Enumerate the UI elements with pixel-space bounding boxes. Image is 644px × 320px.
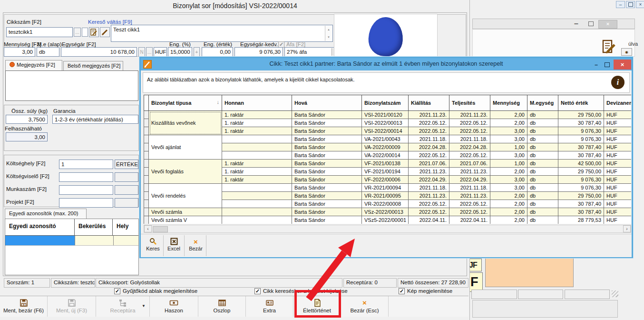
n-button[interactable]: N <box>138 47 145 57</box>
cell-teljesites[interactable]: 2021.07.06. <box>449 160 490 168</box>
cell-hova[interactable]: Barta Sándor <box>292 192 362 200</box>
history-table-row[interactable]: Vevői rendelésBarta SándorVR-2021/000942… <box>144 184 632 192</box>
history-table-row[interactable]: Kiszállítás vevőnek1. raktárBarta Sándor… <box>144 111 632 119</box>
megnevezes-box[interactable]: Teszt cikk1 ▲▼ <box>111 25 333 42</box>
save-close-button[interactable]: x Ment, bezár (F6) <box>0 296 48 317</box>
cell-teljesites[interactable]: 2022.04.28. <box>449 143 490 151</box>
cell-megyseg[interactable]: db <box>527 151 558 160</box>
dialog-close-icon[interactable]: × <box>614 60 631 70</box>
cell-bizonylatszam[interactable]: VF-2022/00006 <box>362 176 409 184</box>
cell-devizanem[interactable]: HUF <box>604 135 632 143</box>
spinner-icon[interactable]: ▲▼ <box>325 26 332 41</box>
document-type-cell[interactable]: Vevői számla <box>149 208 222 216</box>
row-selector[interactable] <box>144 151 149 160</box>
cell-honnan[interactable]: 1. raktár <box>222 168 292 176</box>
cell-honnan[interactable] <box>222 184 292 192</box>
cell-honnan[interactable] <box>222 135 292 143</box>
cell-kiallitas[interactable]: 2022.05.12. <box>409 119 449 127</box>
document-type-cell[interactable]: Kiszállítás vevőnek <box>149 111 222 135</box>
header-kiallitas[interactable]: Kiállítás <box>409 95 449 111</box>
cell-devizanem[interactable]: HUF <box>604 119 632 127</box>
dialog-minimize-icon[interactable]: – <box>591 60 601 69</box>
cell-honnan[interactable] <box>222 151 292 160</box>
row-selector[interactable] <box>144 208 149 216</box>
blank-button[interactable] <box>82 28 88 37</box>
edit-note-icon[interactable] <box>89 27 99 37</box>
egyedi-header[interactable]: Egyedi azonosító <box>5 219 75 235</box>
excel-button[interactable]: Excel <box>164 235 185 256</box>
row-selector[interactable] <box>144 200 149 208</box>
gyujtokod-checkbox[interactable]: ✓ <box>114 288 120 294</box>
cell-hova[interactable]: Barta Sándor <box>292 184 362 192</box>
haszon-button[interactable]: Haszon <box>150 296 198 317</box>
cell-bizonylatszam[interactable]: VF-2021/00194 <box>362 168 409 176</box>
cell-teljesites[interactable]: 2021.11.23. <box>449 168 490 176</box>
cell-devizanem[interactable]: HUF <box>604 160 632 168</box>
cell-netto[interactable]: 30 787,40 <box>558 151 604 160</box>
sort-descending-icon[interactable]: ↓ <box>217 99 220 105</box>
cell-bizonylatszam[interactable]: VSI-2021/00120 <box>362 111 409 119</box>
header-mennyiseg[interactable]: Mennyiség <box>490 95 527 111</box>
cell-mennyiseg[interactable]: 3,00 <box>490 135 527 143</box>
cell-megyseg[interactable]: db <box>527 119 558 127</box>
document-type-cell[interactable]: Vevői számla V <box>149 216 222 224</box>
row-selector[interactable] <box>144 160 149 168</box>
header-teljesites[interactable]: Teljesítés <box>449 95 490 111</box>
mennyiseg-input[interactable]: 3,00 <box>4 47 35 57</box>
cell-netto[interactable]: 30 787,40 <box>558 208 604 216</box>
cell-honnan[interactable]: 1. raktár <box>222 111 292 119</box>
cell-mennyiseg[interactable]: 2,00 <box>490 119 527 127</box>
cell-megyseg[interactable]: db <box>527 135 558 143</box>
cell-hova[interactable]: Barta Sándor <box>292 151 362 160</box>
cell-bizonylatszam[interactable]: VSI-2022/00014 <box>362 127 409 135</box>
cell-megyseg[interactable]: db <box>527 200 558 208</box>
cell-netto[interactable]: 9 076,30 <box>558 127 604 135</box>
cell-bizonylatszam[interactable]: VF-2021/00138 <box>362 160 409 168</box>
document-type-cell[interactable]: Vevői rendelés <box>149 184 222 208</box>
cell-teljesites[interactable]: 2022.04.29. <box>449 176 490 184</box>
cell-teljesites[interactable]: 2021.11.18. <box>449 135 490 143</box>
cell-hova[interactable]: Barta Sándor <box>292 127 362 135</box>
bg-close-icon[interactable]: × <box>598 20 617 29</box>
cell-mennyiseg[interactable]: 3,00 <box>490 151 527 160</box>
cell-devizanem[interactable]: HUF <box>604 184 632 192</box>
receptura-button[interactable]: Receptúra ▼ <box>96 296 150 317</box>
header-devizanem[interactable]: Devizanem <box>604 95 632 111</box>
row-selector[interactable] <box>144 111 149 119</box>
cell-kiallitas[interactable]: 2022.04.28. <box>409 143 449 151</box>
cell-bizonylatszam[interactable]: VA-2022/00009 <box>362 143 409 151</box>
cell-mennyiseg[interactable]: 2,00 <box>490 111 527 119</box>
egysegar-input[interactable]: 10 678,00 <box>61 47 137 57</box>
cell-devizanem[interactable]: HUF <box>604 168 632 176</box>
tab-megjegyzes[interactable]: Megjegyzés [F2] <box>5 60 62 70</box>
cell-bizonylatszam[interactable]: VR-2022/00008 <box>362 200 409 208</box>
cell-mennyiseg[interactable]: 2,00 <box>490 168 527 176</box>
koltseghely-input[interactable]: 1 <box>59 160 113 169</box>
cell-netto[interactable]: 9 076,30 <box>558 135 604 143</box>
koltsegviselo-input[interactable] <box>59 172 113 182</box>
cell-teljesites[interactable]: 2022.05.12. <box>449 127 490 135</box>
cell-netto[interactable]: 29 750,00 <box>558 111 604 119</box>
cell-hova[interactable]: Barta Sándor <box>292 168 362 176</box>
cell-kiallitas[interactable]: 2021.11.23. <box>409 192 449 200</box>
egyedi-header[interactable]: Bekerülés <box>75 219 113 235</box>
cell-kiallitas[interactable]: 2021.11.18. <box>409 184 449 192</box>
minimize-icon[interactable]: – <box>616 1 625 8</box>
cell-hova[interactable]: Barta Sándor <box>292 208 362 216</box>
afa-select[interactable]: 27% áfa ▼ <box>284 47 341 57</box>
cell-teljesites[interactable]: 2022.05.12. <box>449 151 490 160</box>
munkaszam-input[interactable] <box>59 185 113 195</box>
cell-honnan[interactable]: 1. raktár <box>222 160 292 168</box>
cell-bizonylatszam[interactable]: VR-2021/00094 <box>362 184 409 192</box>
eng-szazalek-input[interactable]: 15,0000 <box>168 47 192 57</box>
cikkszam-input[interactable]: tesztcikk1 <box>6 27 73 37</box>
row-selector[interactable] <box>144 176 149 184</box>
cell-teljesites[interactable]: 2021.11.23. <box>449 192 490 200</box>
cell-hova[interactable]: Barta Sándor <box>292 111 362 119</box>
selected-cell[interactable] <box>5 236 75 245</box>
cell-bizonylatszam[interactable]: VA-2021/00043 <box>362 135 409 143</box>
cell-bizonylatszam[interactable]: VSz5-2022/00001 <box>362 216 409 224</box>
cell-netto[interactable]: 29 750,00 <box>558 168 604 176</box>
cell-megyseg[interactable]: db <box>527 143 558 151</box>
scroll-right-icon[interactable]: › <box>623 225 631 232</box>
